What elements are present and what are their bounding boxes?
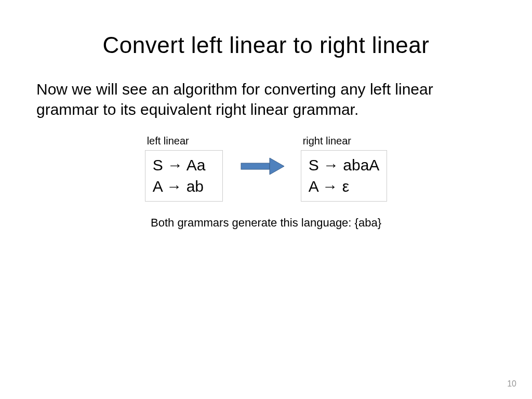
left-grammar-rule-2: A → ab: [153, 176, 215, 197]
page-number: 10: [507, 379, 516, 389]
slide-title: Convert left linear to right linear: [0, 0, 532, 58]
caption-text: Both grammars generate this language: {a…: [0, 216, 532, 230]
right-grammar-block: right linear S → abaA A → ε: [301, 135, 388, 202]
right-grammar-box: S → abaA A → ε: [301, 150, 388, 202]
svg-marker-1: [270, 158, 284, 175]
right-grammar-rule-1: S → abaA: [309, 155, 380, 176]
body-paragraph: Now we will see an algorithm for convert…: [0, 58, 532, 119]
left-grammar-block: left linear S → Aa A → ab: [145, 135, 223, 202]
right-grammar-label: right linear: [301, 135, 388, 147]
left-grammar-label: left linear: [145, 135, 223, 147]
arrow-right-icon: [238, 156, 285, 177]
left-grammar-box: S → Aa A → ab: [145, 150, 223, 202]
svg-rect-0: [241, 163, 270, 169]
right-grammar-rule-2: A → ε: [309, 176, 380, 197]
grammar-diagram: left linear S → Aa A → ab right linear S…: [0, 135, 532, 202]
arrow-container: [238, 156, 285, 177]
left-grammar-rule-1: S → Aa: [153, 155, 215, 176]
